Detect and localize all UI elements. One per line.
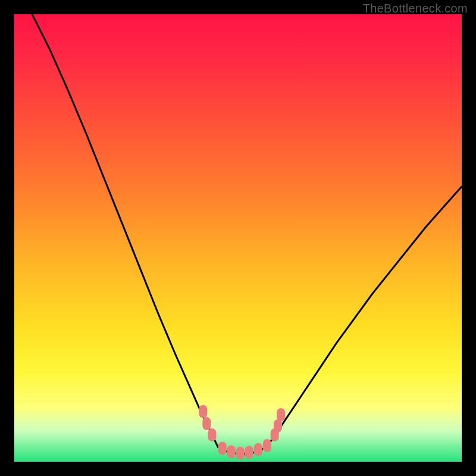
valley-marker [227,445,236,458]
chart-frame: TheBottleneck.com [0,0,476,476]
chart-plot-area [14,14,462,462]
chart-svg [14,14,462,462]
valley-marker [245,446,253,459]
valley-marker [202,417,211,430]
valley-marker [208,428,216,441]
chart-markers [199,405,285,460]
bottleneck-curve [32,14,462,453]
valley-marker [263,439,271,452]
valley-marker [236,447,245,460]
valley-marker [199,405,207,418]
valley-marker [277,408,285,421]
valley-marker [254,443,262,456]
attribution-label: TheBottleneck.com [363,2,468,15]
chart-curve [32,14,462,453]
valley-marker [274,419,282,433]
valley-marker [218,441,227,455]
